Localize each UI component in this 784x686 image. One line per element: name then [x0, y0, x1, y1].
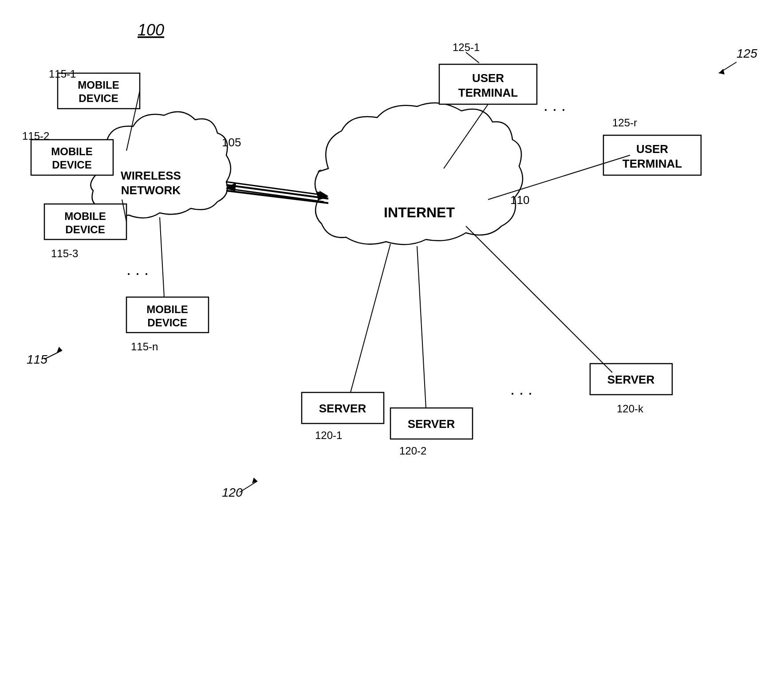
internet-label: INTERNET	[384, 204, 455, 220]
mobile-device-2: MOBILE DEVICE	[31, 140, 113, 175]
internet-to-wn-line	[226, 188, 324, 202]
mobile-device-3-ref: 115-3	[51, 247, 78, 259]
group-115-label: 115	[27, 353, 47, 366]
ref-125-1-line	[466, 52, 479, 63]
user-terminal-1-label1: USER	[472, 71, 504, 85]
dots-servers: . . .	[510, 380, 532, 398]
user-terminal-r-label1: USER	[636, 142, 668, 156]
mobile-device-3: MOBILE DEVICE	[44, 204, 126, 239]
wireless-network-ref: 105	[222, 136, 241, 149]
mobile-device-3-label1: MOBILE	[64, 210, 106, 222]
user-terminal-1: USER TERMINAL	[439, 64, 537, 104]
network-diagram: 100 WIRELESS NETWORK 105 INTERNET 110 MO…	[0, 0, 784, 686]
server-k-ref: 120-k	[617, 403, 644, 415]
server-1: SERVER	[302, 392, 384, 423]
internet-to-s1	[351, 244, 390, 392]
mobile-device-1-label2: DEVICE	[79, 92, 118, 104]
server-1-label: SERVER	[319, 402, 366, 415]
user-terminal-1-ref: 125-1	[453, 41, 480, 53]
mobile-device-2-label2: DEVICE	[52, 159, 91, 171]
server-k: SERVER	[590, 364, 672, 395]
server-2: SERVER	[390, 408, 473, 439]
internet-cloud: INTERNET	[315, 103, 523, 244]
mobile-device-2-label1: MOBILE	[51, 145, 92, 157]
diagram-title: 100	[138, 21, 164, 39]
user-terminal-r: USER TERMINAL	[603, 135, 701, 175]
server-k-label: SERVER	[607, 373, 655, 386]
mobile-device-n: MOBILE DEVICE	[126, 297, 209, 333]
dots-mobile: . . .	[126, 260, 149, 278]
internet-ref: 110	[510, 193, 529, 207]
user-terminal-r-ref: 125-r	[612, 117, 637, 129]
mobile-device-1-label1: MOBILE	[78, 79, 119, 91]
mobile-device-n-label1: MOBILE	[146, 303, 188, 315]
internet-to-sk	[466, 226, 612, 372]
wireless-network-label2: NETWORK	[121, 184, 181, 197]
server-1-ref: 120-1	[315, 429, 342, 441]
mobile-device-2-ref: 115-2	[22, 130, 49, 142]
internet-to-s2	[417, 246, 426, 408]
server-2-ref: 120-2	[399, 445, 426, 457]
dots-terminals: . . .	[544, 96, 566, 114]
group-125-label: 125	[737, 47, 757, 60]
mobile-device-n-ref: 115-n	[131, 341, 158, 353]
user-terminal-r-label2: TERMINAL	[622, 157, 682, 170]
wireless-network-label1: WIRELESS	[121, 169, 181, 182]
user-terminal-1-label2: TERMINAL	[458, 86, 518, 99]
mobile-device-n-label2: DEVICE	[147, 317, 187, 329]
mdn-to-wn	[160, 217, 164, 297]
group-120-label: 120	[222, 486, 243, 499]
server-2-label: SERVER	[408, 417, 455, 431]
mobile-device-1-ref: 115-1	[49, 68, 76, 80]
mobile-device-3-label2: DEVICE	[65, 223, 105, 235]
